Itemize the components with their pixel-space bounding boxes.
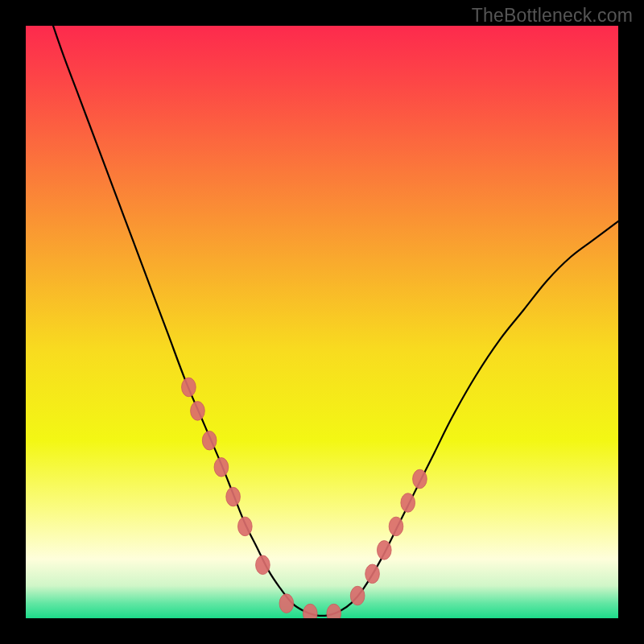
plot-area xyxy=(26,26,618,618)
data-point xyxy=(365,564,380,584)
watermark-text: TheBottleneck.com xyxy=(472,5,633,27)
data-point xyxy=(401,493,415,513)
data-point xyxy=(226,487,241,506)
data-point xyxy=(279,594,294,613)
chart-svg xyxy=(26,26,618,618)
data-point xyxy=(389,517,403,536)
data-point xyxy=(191,402,205,421)
data-point xyxy=(182,378,196,397)
chart-frame: TheBottleneck.com xyxy=(0,0,644,644)
data-point xyxy=(237,517,252,536)
data-point xyxy=(256,555,270,575)
data-point xyxy=(413,469,427,489)
data-point xyxy=(202,431,217,450)
gradient-background xyxy=(26,26,618,618)
data-point xyxy=(377,541,391,560)
data-point xyxy=(350,586,365,605)
data-point xyxy=(214,458,229,477)
